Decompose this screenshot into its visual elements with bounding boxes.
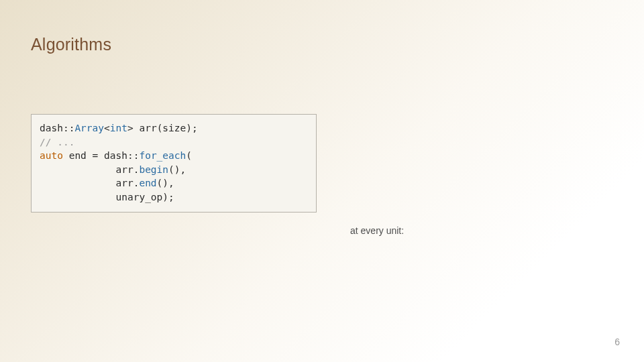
code-t: < bbox=[104, 123, 110, 133]
code-t: > arr(size); bbox=[127, 123, 198, 133]
page-number: 6 bbox=[614, 337, 620, 347]
code-t: dash:: bbox=[40, 123, 74, 133]
code-t: (), bbox=[157, 178, 174, 188]
code-t: (), bbox=[168, 164, 186, 175]
code-t: for_each bbox=[139, 150, 186, 161]
code-t: begin bbox=[139, 164, 168, 175]
code-t: Array bbox=[74, 123, 104, 133]
caption-text: at every unit: bbox=[350, 225, 404, 236]
code-t: auto bbox=[40, 150, 63, 161]
code-t: end = dash:: bbox=[63, 150, 140, 161]
slide: Algorithms dash::Array<int> arr(size); /… bbox=[0, 0, 644, 362]
page-title: Algorithms bbox=[31, 35, 111, 54]
code-t: int bbox=[110, 123, 127, 133]
code-block: dash::Array<int> arr(size); // ... auto … bbox=[31, 114, 317, 213]
code-t: arr. bbox=[40, 164, 139, 175]
code-comment: // ... bbox=[40, 137, 74, 147]
code-t: end bbox=[139, 178, 156, 188]
code-t: ( bbox=[186, 150, 192, 161]
code-t: arr. bbox=[40, 178, 139, 188]
code-t: unary_op); bbox=[40, 192, 174, 202]
